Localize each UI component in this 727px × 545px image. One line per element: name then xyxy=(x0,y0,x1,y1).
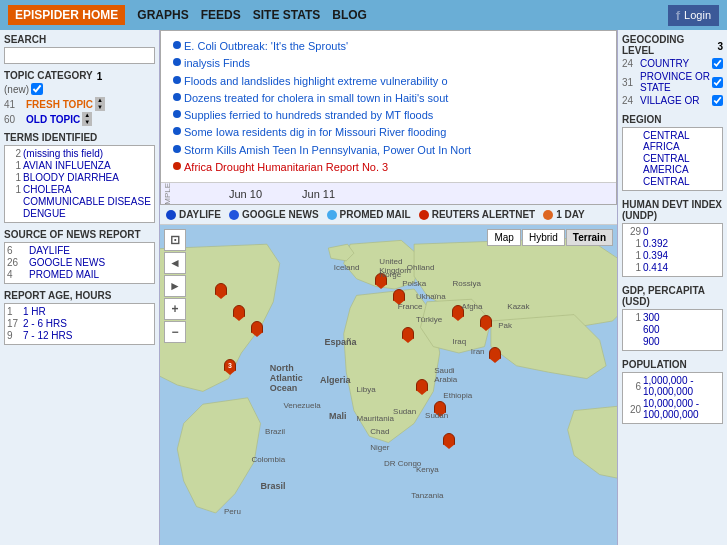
topic-old-up[interactable]: ▲ xyxy=(82,112,92,119)
age-list: 11 HR172 - 6 HRS97 - 12 HRS xyxy=(4,303,155,345)
geocoding-item: 31PROVINCE OR STATE xyxy=(622,71,723,93)
nav-feeds[interactable]: FEEDS xyxy=(201,8,241,22)
map-label-polska: Polska xyxy=(402,279,426,288)
map-label-mali: Mali xyxy=(329,411,347,421)
map-container[interactable]: 3 xyxy=(160,225,617,545)
map-label-brasil: Brasil xyxy=(261,481,286,491)
geo-checkbox[interactable] xyxy=(712,95,723,106)
topic-new-checkbox[interactable] xyxy=(31,83,43,95)
topic-count: 1 xyxy=(97,71,103,82)
topic-fresh-up[interactable]: ▲ xyxy=(95,97,105,104)
logo[interactable]: EPISPIDER HOME xyxy=(8,5,125,25)
marker-af1[interactable] xyxy=(402,327,414,339)
news-text[interactable]: E. Coli Outbreak: 'It's the Sprouts' xyxy=(184,39,348,53)
terms-label: TERMS IDENTIFIED xyxy=(4,132,155,143)
map-type-terrain[interactable]: Terrain xyxy=(566,229,613,246)
legend-dot xyxy=(543,210,553,220)
topic-fresh-label[interactable]: FRESH TOPIC xyxy=(26,99,93,110)
news-item[interactable]: Some Iowa residents dig in for Missouri … xyxy=(173,125,604,139)
hdi-label: HUMAN DEVT INDEX (UNDP) xyxy=(622,199,723,221)
geocoding-item: 24VILLAGE OR xyxy=(622,95,723,106)
topic-old-label[interactable]: OLD TOPIC xyxy=(26,114,80,125)
hdi-item: 10.394 xyxy=(625,250,720,261)
marker-as3[interactable] xyxy=(489,347,501,359)
topic-old-count: 60 xyxy=(4,114,24,125)
map-type-hybrid[interactable]: Hybrid xyxy=(522,229,565,246)
marker-eu2[interactable] xyxy=(393,289,405,301)
marker-3[interactable] xyxy=(251,321,263,333)
marker-1[interactable] xyxy=(215,283,227,295)
news-dot xyxy=(173,41,181,49)
term-item: 1CHOLERA xyxy=(7,184,152,195)
timeline-date-1: Jun 11 xyxy=(302,188,335,200)
pop-list: 61,000,000 - 10,000,0002010,000,000 - 10… xyxy=(622,372,723,424)
nav-sitestats[interactable]: SITE STATS xyxy=(253,8,321,22)
topic-new: (new) xyxy=(4,84,29,95)
map-label-iran: Iran xyxy=(471,347,485,356)
news-text[interactable]: Floods and landslides highlight extreme … xyxy=(184,74,448,88)
news-text[interactable]: Storm Kills Amish Teen In Pennsylvania, … xyxy=(184,143,471,157)
map-label-nile: Sudan xyxy=(393,407,416,416)
nav-blog[interactable]: BLOG xyxy=(332,8,367,22)
map-zoom-out[interactable]: − xyxy=(164,321,186,343)
map-label-brazil2: Brazil xyxy=(265,427,285,436)
news-text[interactable]: Dozens treated for cholera in small town… xyxy=(184,91,448,105)
gdp-item: 900 xyxy=(625,336,720,347)
marker-4[interactable]: 3 xyxy=(224,359,236,371)
region-item: CENTRAL xyxy=(625,176,720,187)
news-item[interactable]: Storm Kills Amish Teen In Pennsylvania, … xyxy=(173,143,604,157)
map-type-buttons: Map Hybrid Terrain xyxy=(487,229,613,246)
news-dot xyxy=(173,127,181,135)
map-label-nigeria: Niger xyxy=(370,443,389,452)
pop-item: 2010,000,000 - 100,000,000 xyxy=(625,398,720,420)
map-label-ukraine: Ukhaïna xyxy=(416,292,446,301)
map-pan-right[interactable]: ► xyxy=(164,275,186,297)
map-label-oshld: Ohlland xyxy=(407,263,435,272)
map-fullscreen-btn[interactable]: ⊡ xyxy=(164,229,186,251)
search-input[interactable] xyxy=(4,47,155,64)
terms-section: TERMS IDENTIFIED 2(missing this field)1A… xyxy=(4,132,155,223)
geo-checkbox[interactable] xyxy=(712,58,723,69)
map-label-libya: Libya xyxy=(357,385,376,394)
news-item[interactable]: Dozens treated for cholera in small town… xyxy=(173,91,604,105)
map-type-map[interactable]: Map xyxy=(487,229,520,246)
news-item[interactable]: Floods and landslides highlight extreme … xyxy=(173,74,604,88)
news-item[interactable]: E. Coli Outbreak: 'It's the Sprouts' xyxy=(173,39,604,53)
hdi-section: HUMAN DEVT INDEX (UNDP) 29010.39210.3941… xyxy=(622,199,723,277)
region-section: REGION CENTRAL AFRICACENTRAL AMERICACENT… xyxy=(622,114,723,191)
source-section: SOURCE OF NEWS REPORT 6DAYLIFE26GOOGLE N… xyxy=(4,229,155,284)
map-label-venezuela: Venezuela xyxy=(283,401,320,410)
hdi-list: 29010.39210.39410.414 xyxy=(622,223,723,277)
source-item: 4PROMED MAIL xyxy=(7,269,152,280)
geocoding-items: 24COUNTRY31PROVINCE OR STATE24VILLAGE OR xyxy=(622,58,723,106)
terms-list: 2(missing this field)1AVIAN INFLUENZA1BL… xyxy=(4,145,155,223)
map-zoom-in[interactable]: + xyxy=(164,298,186,320)
login-button[interactable]: f Login xyxy=(668,5,719,26)
pop-label: POPULATION xyxy=(622,359,723,370)
news-item[interactable]: inalysis Finds xyxy=(173,56,604,70)
map-pan-left[interactable]: ◄ xyxy=(164,252,186,274)
term-item: 2(missing this field) xyxy=(7,148,152,159)
news-text[interactable]: Africa Drought Humanitarian Report No. 3 xyxy=(184,160,388,174)
news-text[interactable]: inalysis Finds xyxy=(184,56,250,70)
marker-2[interactable] xyxy=(233,305,245,317)
topic-fresh-down[interactable]: ▼ xyxy=(95,104,105,111)
marker-as2[interactable] xyxy=(480,315,492,327)
news-text[interactable]: Some Iowa residents dig in for Missouri … xyxy=(184,125,446,139)
legend-item: REUTERS ALERTNET xyxy=(419,209,536,220)
legend-label: GOOGLE NEWS xyxy=(242,209,319,220)
topic-old-down[interactable]: ▼ xyxy=(82,119,92,126)
news-item[interactable]: Supplies ferried to hundreds stranded by… xyxy=(173,108,604,122)
legend-item: PROMED MAIL xyxy=(327,209,411,220)
news-items: E. Coli Outbreak: 'It's the Sprouts'inal… xyxy=(165,35,612,183)
news-item[interactable]: Africa Drought Humanitarian Report No. 3 xyxy=(173,160,604,174)
news-timeline: SIMPLE Jun 10 Jun 11 xyxy=(161,182,616,204)
geo-checkbox[interactable] xyxy=(712,77,723,88)
marker-ea2[interactable] xyxy=(443,433,455,445)
gdp-item: 600 xyxy=(625,324,720,335)
news-text[interactable]: Supplies ferried to hundreds stranded by… xyxy=(184,108,433,122)
news-dot xyxy=(173,145,181,153)
map-label-ethiopia: Ethiopia xyxy=(443,391,472,400)
nav-graphs[interactable]: GRAPHS xyxy=(137,8,188,22)
marker-af2[interactable] xyxy=(416,379,428,391)
